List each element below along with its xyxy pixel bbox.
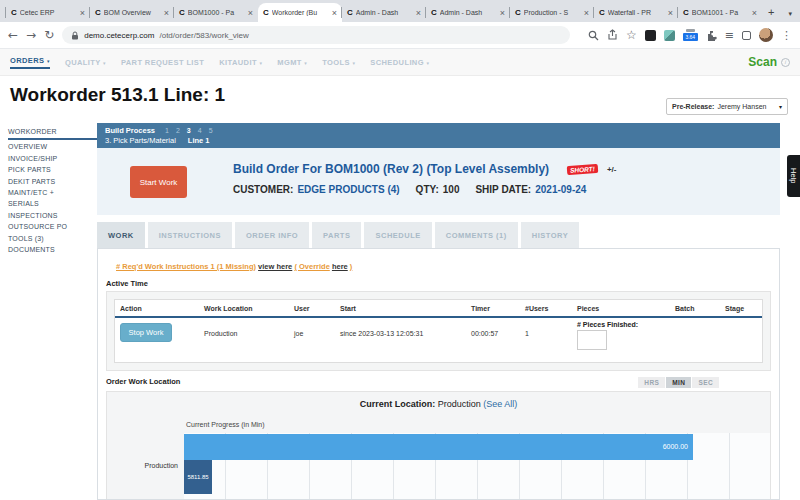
extension-icon[interactable] (664, 30, 675, 41)
site-favicon: C (263, 8, 269, 17)
reading-list-icon[interactable]: ≡ (725, 30, 734, 41)
browser-tab[interactable]: CAdmin - Dash× (426, 3, 510, 22)
sidebar-item-pick-parts[interactable]: PICK PARTS (8, 164, 97, 175)
close-tab-icon[interactable]: × (584, 8, 589, 18)
tab-history[interactable]: HISTORY (521, 222, 579, 248)
info-icon[interactable]: i (781, 58, 790, 67)
browser-tab[interactable]: CCetec ERP× (6, 3, 90, 22)
chevron-down-icon: ▾ (426, 60, 429, 66)
back-icon[interactable]: ← (8, 28, 18, 42)
plus-minus-link[interactable]: +/- (607, 165, 617, 174)
browser-tab[interactable]: CBOM Overview× (90, 3, 174, 22)
browser-tab[interactable]: CBOM1000 - Pa× (174, 3, 258, 22)
close-tab-icon[interactable]: × (668, 8, 673, 18)
sidebar-item-invoice-ship[interactable]: INVOICE/SHIP (8, 153, 97, 164)
nav-part-request-list[interactable]: PART REQUEST LIST (121, 58, 204, 67)
unit-min-button[interactable]: MIN (666, 377, 691, 388)
sidebar-item-documents[interactable]: DOCUMENTS (8, 244, 97, 255)
cell-user: joe (289, 318, 335, 350)
extension-badge-icon[interactable]: 3.64 (683, 29, 698, 41)
close-tab-icon[interactable]: × (416, 8, 421, 18)
close-tab-icon[interactable]: × (752, 8, 757, 18)
browser-tab-active[interactable]: CWorkorder (Bu× (258, 3, 342, 22)
current-location-label: Current Location: (360, 399, 436, 409)
build-order-title[interactable]: Build Order For BOM1000 (Rev 2) (Top Lev… (233, 162, 549, 176)
stop-work-button[interactable]: Stop Work (120, 323, 172, 342)
chevron-down-icon: ▾ (103, 60, 106, 66)
new-tab-button[interactable]: + (768, 6, 774, 18)
nav-mgmt[interactable]: MGMT ▾ (277, 58, 307, 67)
step-5[interactable]: 5 (209, 127, 213, 134)
site-favicon: C (347, 8, 353, 17)
actual-bar[interactable]: 5811.85 (184, 460, 212, 494)
prerelease-select[interactable]: Pre-Release: Jeremy Hansen ▾ (666, 98, 788, 115)
browser-tab[interactable]: CProduction - S× (510, 3, 594, 22)
browser-tab[interactable]: CBOM1001 - Pa× (678, 3, 762, 22)
sidebar-item-tools[interactable]: TOOLS (3) (8, 233, 97, 244)
nav-quality[interactable]: QUALITY ▾ (65, 58, 106, 67)
help-tab[interactable]: Help (787, 155, 800, 197)
nav-tools[interactable]: TOOLS ▾ (322, 58, 355, 67)
browser-menu-icon[interactable]: ⋮ (781, 30, 792, 41)
bookmark-star-icon[interactable]: ☆ (626, 29, 637, 41)
profile-avatar[interactable] (759, 28, 773, 42)
scan-link[interactable]: Scan (748, 55, 777, 69)
browser-tab-strip: CCetec ERP× CBOM Overview× CBOM1000 - Pa… (0, 0, 800, 22)
ship-date-label: SHIP DATE: (475, 184, 531, 195)
search-icon[interactable] (588, 30, 599, 41)
unit-hrs-button[interactable]: HRS (638, 377, 665, 388)
sidebar-item-inspections[interactable]: INSPECTIONS (8, 210, 97, 221)
close-tab-icon[interactable]: × (500, 8, 505, 18)
nav-kitaudit[interactable]: KITAUDIT ▾ (219, 58, 262, 67)
view-here-link[interactable]: view here (258, 262, 292, 271)
step-4[interactable]: 4 (198, 127, 202, 134)
extension-icon[interactable] (645, 30, 656, 41)
table-row: Stop Work Production joe since 2023-03-1… (115, 318, 762, 350)
tab-schedule[interactable]: SCHEDULE (364, 222, 431, 248)
close-tab-icon[interactable]: × (248, 8, 253, 18)
step-2[interactable]: 2 (176, 127, 180, 134)
pieces-finished-input[interactable] (577, 330, 607, 350)
customer-link[interactable]: EDGE PRODUCTS (4) (297, 184, 399, 195)
ship-date-link[interactable]: 2021-09-24 (535, 184, 586, 195)
step-1[interactable]: 1 (165, 127, 169, 134)
sidebar-item-serials[interactable]: SERIALS (8, 198, 97, 209)
url-omnibox[interactable]: demo.cetecerp.com/otd/order/583/work_vie… (62, 26, 570, 44)
browser-tab[interactable]: CWaterfall - PR× (594, 3, 678, 22)
short-badge[interactable]: SHORT! (567, 163, 598, 174)
estimated-bar[interactable]: 6000.00 (184, 434, 693, 460)
tab-parts[interactable]: PARTS (312, 222, 361, 248)
start-work-button[interactable]: Start Work (130, 166, 187, 198)
extensions-puzzle-icon[interactable] (706, 30, 717, 41)
forward-icon[interactable]: → (26, 28, 36, 42)
order-work-location-heading: Order Work Location (106, 377, 180, 386)
see-all-link[interactable]: (See All) (483, 399, 517, 409)
reload-icon[interactable]: ↻ (44, 28, 54, 42)
browser-tab[interactable]: CAdmin - Dash× (342, 3, 426, 22)
side-panel-icon[interactable] (742, 31, 751, 40)
step-3-current[interactable]: 3 (187, 127, 191, 134)
build-process-steps: 1 2 3 4 5 (165, 127, 213, 134)
reqd-instructions-link[interactable]: # Req'd Work Instructions 1 (1 Missing) (116, 262, 256, 271)
tab-comments[interactable]: COMMENTS (1) (435, 222, 518, 248)
qty-value: 100 (443, 184, 460, 195)
tab-work[interactable]: WORK (97, 222, 145, 248)
tab-order-info[interactable]: ORDER INFO (235, 222, 309, 248)
unit-sec-button[interactable]: SEC (692, 377, 719, 388)
override-here-link[interactable]: here (332, 262, 348, 271)
active-time-heading: Active Time (106, 279, 779, 288)
sidebar-item-outsource-po[interactable]: OUTSOURCE PO (8, 221, 97, 232)
close-tab-icon[interactable]: × (164, 8, 169, 18)
nav-scheduling[interactable]: SCHEDULING ▾ (370, 58, 429, 67)
nav-orders[interactable]: ORDERS ▾ (10, 56, 50, 69)
sidebar-item-workorder[interactable]: WORKORDER (8, 126, 97, 140)
close-tab-icon[interactable]: × (80, 8, 85, 18)
share-icon[interactable] (607, 29, 618, 41)
tab-search-chevron-icon[interactable]: ▾ (788, 10, 792, 18)
close-tab-icon[interactable]: × (332, 8, 337, 18)
sidebar-item-overview[interactable]: OVERVIEW (8, 141, 97, 152)
tab-instructions[interactable]: INSTRUCTIONS (148, 222, 232, 248)
sidebar-item-maint-etc[interactable]: MAINT/ETC + (8, 187, 97, 198)
sidebar-item-dekit-parts[interactable]: DEKIT PARTS (8, 176, 97, 187)
override-prefix: ( Override (294, 262, 329, 271)
